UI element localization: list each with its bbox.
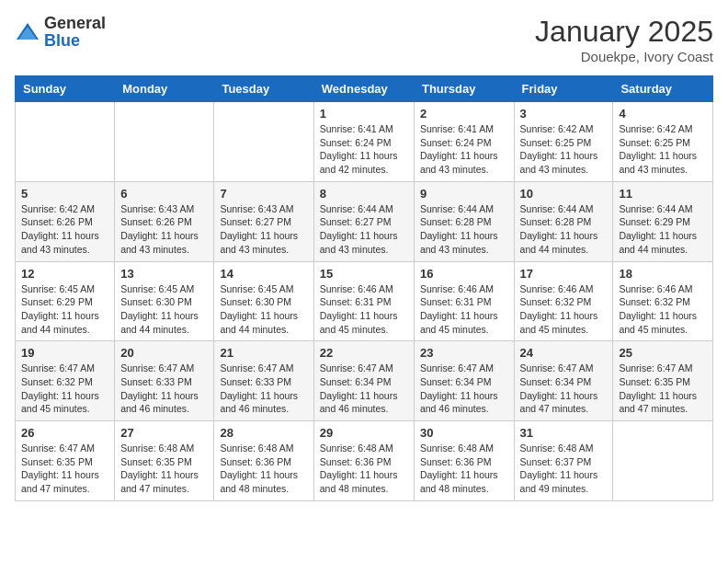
day-number: 25 [619,346,707,360]
day-info: Sunrise: 6:44 AMSunset: 6:28 PMDaylight:… [420,202,508,257]
calendar-week-row: 26Sunrise: 6:47 AMSunset: 6:35 PMDayligh… [16,421,713,501]
day-info: Sunrise: 6:46 AMSunset: 6:32 PMDaylight:… [520,282,608,337]
calendar-cell [16,102,115,182]
calendar-header-row: SundayMondayTuesdayWednesdayThursdayFrid… [16,76,713,102]
day-number: 11 [619,187,707,201]
calendar-cell: 27Sunrise: 6:48 AMSunset: 6:35 PMDayligh… [115,421,214,501]
day-number: 23 [420,346,508,360]
day-number: 1 [320,107,408,121]
calendar-header-thursday: Thursday [414,76,514,102]
calendar-header-monday: Monday [115,76,214,102]
day-number: 28 [220,426,307,440]
day-number: 27 [120,426,208,440]
day-number: 9 [420,187,508,201]
calendar-cell: 21Sunrise: 6:47 AMSunset: 6:33 PMDayligh… [214,341,313,421]
calendar-cell [613,421,713,501]
calendar-cell: 17Sunrise: 6:46 AMSunset: 6:32 PMDayligh… [514,261,613,341]
day-info: Sunrise: 6:47 AMSunset: 6:34 PMDaylight:… [520,362,608,416]
day-info: Sunrise: 6:48 AMSunset: 6:36 PMDaylight:… [220,442,307,496]
day-number: 6 [120,187,208,201]
day-info: Sunrise: 6:48 AMSunset: 6:35 PMDaylight:… [120,442,208,496]
day-number: 12 [21,267,108,281]
day-info: Sunrise: 6:47 AMSunset: 6:32 PMDaylight:… [21,362,108,416]
page-header: General Blue January 2025 Douekpe, Ivory… [15,15,713,64]
calendar-cell: 20Sunrise: 6:47 AMSunset: 6:33 PMDayligh… [115,341,214,421]
day-number: 22 [320,346,408,360]
calendar-cell [115,102,214,182]
calendar-cell: 9Sunrise: 6:44 AMSunset: 6:28 PMDaylight… [414,181,514,261]
day-info: Sunrise: 6:48 AMSunset: 6:37 PMDaylight:… [520,442,608,496]
day-number: 14 [220,267,307,281]
calendar-header-tuesday: Tuesday [214,76,313,102]
day-number: 29 [320,426,408,440]
logo-text-blue: Blue [44,31,80,50]
day-info: Sunrise: 6:48 AMSunset: 6:36 PMDaylight:… [420,442,508,496]
logo-icon [15,19,40,45]
day-number: 13 [120,267,208,281]
day-info: Sunrise: 6:47 AMSunset: 6:33 PMDaylight:… [120,362,208,416]
day-info: Sunrise: 6:44 AMSunset: 6:28 PMDaylight:… [520,202,608,257]
day-info: Sunrise: 6:47 AMSunset: 6:33 PMDaylight:… [220,362,307,416]
day-info: Sunrise: 6:47 AMSunset: 6:35 PMDaylight:… [21,442,108,496]
day-info: Sunrise: 6:42 AMSunset: 6:25 PMDaylight:… [619,122,707,177]
day-info: Sunrise: 6:46 AMSunset: 6:31 PMDaylight:… [420,282,508,337]
calendar-cell: 28Sunrise: 6:48 AMSunset: 6:36 PMDayligh… [214,421,313,501]
calendar-cell: 12Sunrise: 6:45 AMSunset: 6:29 PMDayligh… [16,261,115,341]
calendar-cell [214,102,313,182]
calendar-cell: 29Sunrise: 6:48 AMSunset: 6:36 PMDayligh… [313,421,414,501]
day-info: Sunrise: 6:47 AMSunset: 6:34 PMDaylight:… [320,362,408,416]
calendar-cell: 3Sunrise: 6:42 AMSunset: 6:25 PMDaylight… [514,102,613,182]
day-info: Sunrise: 6:42 AMSunset: 6:25 PMDaylight:… [520,122,608,177]
day-info: Sunrise: 6:45 AMSunset: 6:30 PMDaylight:… [120,282,208,337]
calendar-subtitle: Douekpe, Ivory Coast [535,49,713,64]
day-number: 30 [420,426,508,440]
calendar-cell: 19Sunrise: 6:47 AMSunset: 6:32 PMDayligh… [16,341,115,421]
day-info: Sunrise: 6:46 AMSunset: 6:31 PMDaylight:… [320,282,408,337]
calendar-week-row: 1Sunrise: 6:41 AMSunset: 6:24 PMDaylight… [16,102,713,182]
calendar-cell: 16Sunrise: 6:46 AMSunset: 6:31 PMDayligh… [414,261,514,341]
day-number: 15 [320,267,408,281]
day-number: 20 [120,346,208,360]
day-number: 5 [21,187,108,201]
calendar-week-row: 12Sunrise: 6:45 AMSunset: 6:29 PMDayligh… [16,261,713,341]
day-number: 31 [520,426,608,440]
calendar-cell: 2Sunrise: 6:41 AMSunset: 6:24 PMDaylight… [414,102,514,182]
logo-text-general: General [44,14,106,32]
calendar-week-row: 5Sunrise: 6:42 AMSunset: 6:26 PMDaylight… [16,181,713,261]
calendar-cell: 1Sunrise: 6:41 AMSunset: 6:24 PMDaylight… [313,102,414,182]
calendar-cell: 14Sunrise: 6:45 AMSunset: 6:30 PMDayligh… [214,261,313,341]
day-info: Sunrise: 6:47 AMSunset: 6:35 PMDaylight:… [619,362,707,416]
calendar-title: January 2025 [535,15,713,49]
day-number: 24 [520,346,608,360]
calendar-header-wednesday: Wednesday [313,76,414,102]
day-info: Sunrise: 6:41 AMSunset: 6:24 PMDaylight:… [320,122,408,177]
calendar-cell: 22Sunrise: 6:47 AMSunset: 6:34 PMDayligh… [313,341,414,421]
day-number: 16 [420,267,508,281]
title-block: January 2025 Douekpe, Ivory Coast [535,15,713,64]
day-info: Sunrise: 6:45 AMSunset: 6:29 PMDaylight:… [21,282,108,337]
calendar-cell: 26Sunrise: 6:47 AMSunset: 6:35 PMDayligh… [16,421,115,501]
day-info: Sunrise: 6:41 AMSunset: 6:24 PMDaylight:… [420,122,508,177]
calendar-cell: 8Sunrise: 6:44 AMSunset: 6:27 PMDaylight… [313,181,414,261]
calendar-cell: 10Sunrise: 6:44 AMSunset: 6:28 PMDayligh… [514,181,613,261]
day-info: Sunrise: 6:47 AMSunset: 6:34 PMDaylight:… [420,362,508,416]
day-info: Sunrise: 6:43 AMSunset: 6:26 PMDaylight:… [120,202,208,257]
day-number: 4 [619,107,707,121]
day-number: 21 [220,346,307,360]
day-info: Sunrise: 6:48 AMSunset: 6:36 PMDaylight:… [320,442,408,496]
day-number: 8 [320,187,408,201]
day-number: 18 [619,267,707,281]
day-info: Sunrise: 6:44 AMSunset: 6:29 PMDaylight:… [619,202,707,257]
calendar-cell: 24Sunrise: 6:47 AMSunset: 6:34 PMDayligh… [514,341,613,421]
calendar-cell: 6Sunrise: 6:43 AMSunset: 6:26 PMDaylight… [115,181,214,261]
calendar-cell: 23Sunrise: 6:47 AMSunset: 6:34 PMDayligh… [414,341,514,421]
day-number: 3 [520,107,608,121]
day-number: 7 [220,187,307,201]
calendar-cell: 5Sunrise: 6:42 AMSunset: 6:26 PMDaylight… [16,181,115,261]
calendar-cell: 7Sunrise: 6:43 AMSunset: 6:27 PMDaylight… [214,181,313,261]
day-info: Sunrise: 6:42 AMSunset: 6:26 PMDaylight:… [21,202,108,257]
calendar-cell: 13Sunrise: 6:45 AMSunset: 6:30 PMDayligh… [115,261,214,341]
day-number: 17 [520,267,608,281]
day-info: Sunrise: 6:45 AMSunset: 6:30 PMDaylight:… [220,282,307,337]
calendar-header-friday: Friday [514,76,613,102]
